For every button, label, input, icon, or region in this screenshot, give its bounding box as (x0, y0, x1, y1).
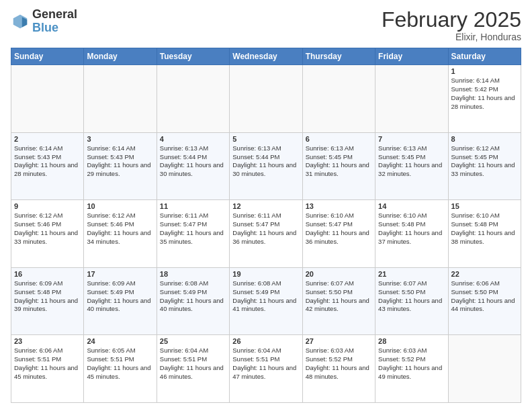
day-number: 5 (232, 135, 299, 143)
calendar-cell: 1Sunrise: 6:14 AM Sunset: 5:42 PM Daylig… (448, 65, 521, 133)
calendar-cell (448, 335, 521, 403)
day-info: Sunrise: 6:04 AM Sunset: 5:51 PM Dayligh… (232, 347, 299, 381)
day-info: Sunrise: 6:08 AM Sunset: 5:49 PM Dayligh… (232, 279, 299, 314)
weekday-sunday: Sunday (11, 48, 84, 65)
calendar-cell (84, 65, 157, 133)
logo-general-text: General (32, 7, 77, 21)
page: General Blue February 2025 Elixir, Hondu… (0, 0, 532, 411)
day-number: 27 (306, 337, 372, 345)
calendar-cell: 2Sunrise: 6:14 AM Sunset: 5:43 PM Daylig… (11, 132, 84, 200)
week-row-2: 9Sunrise: 6:12 AM Sunset: 5:46 PM Daylig… (11, 200, 521, 268)
calendar-table: SundayMondayTuesdayWednesdayThursdayFrid… (11, 48, 521, 403)
day-info: Sunrise: 6:03 AM Sunset: 5:52 PM Dayligh… (378, 347, 445, 381)
calendar-cell: 7Sunrise: 6:13 AM Sunset: 5:45 PM Daylig… (375, 132, 448, 200)
weekday-thursday: Thursday (302, 48, 375, 65)
day-number: 4 (160, 135, 226, 143)
day-number: 16 (14, 270, 81, 278)
weekday-saturday: Saturday (448, 48, 521, 65)
weekday-wednesday: Wednesday (230, 48, 302, 65)
day-info: Sunrise: 6:14 AM Sunset: 5:43 PM Dayligh… (87, 144, 153, 179)
day-number: 28 (378, 337, 445, 345)
calendar-cell: 20Sunrise: 6:07 AM Sunset: 5:50 PM Dayli… (302, 267, 375, 335)
calendar-cell: 9Sunrise: 6:12 AM Sunset: 5:46 PM Daylig… (11, 200, 84, 268)
day-info: Sunrise: 6:12 AM Sunset: 5:46 PM Dayligh… (14, 212, 81, 246)
month-title: February 2025 (382, 8, 521, 32)
calendar-cell: 8Sunrise: 6:12 AM Sunset: 5:45 PM Daylig… (448, 132, 521, 200)
day-info: Sunrise: 6:14 AM Sunset: 5:43 PM Dayligh… (14, 144, 81, 179)
day-info: Sunrise: 6:09 AM Sunset: 5:49 PM Dayligh… (87, 279, 153, 314)
day-info: Sunrise: 6:13 AM Sunset: 5:44 PM Dayligh… (232, 144, 299, 179)
day-info: Sunrise: 6:12 AM Sunset: 5:45 PM Dayligh… (451, 144, 518, 179)
day-info: Sunrise: 6:13 AM Sunset: 5:45 PM Dayligh… (306, 144, 372, 179)
calendar-cell: 11Sunrise: 6:11 AM Sunset: 5:47 PM Dayli… (157, 200, 229, 268)
day-number: 3 (87, 135, 153, 143)
day-number: 9 (14, 202, 81, 210)
week-row-3: 16Sunrise: 6:09 AM Sunset: 5:48 PM Dayli… (11, 267, 521, 335)
day-info: Sunrise: 6:14 AM Sunset: 5:42 PM Dayligh… (451, 77, 518, 111)
day-info: Sunrise: 6:06 AM Sunset: 5:50 PM Dayligh… (451, 279, 518, 314)
calendar-cell: 27Sunrise: 6:03 AM Sunset: 5:52 PM Dayli… (302, 335, 375, 403)
day-info: Sunrise: 6:11 AM Sunset: 5:47 PM Dayligh… (232, 212, 299, 246)
day-info: Sunrise: 6:05 AM Sunset: 5:51 PM Dayligh… (87, 347, 153, 381)
calendar-cell: 25Sunrise: 6:04 AM Sunset: 5:51 PM Dayli… (157, 335, 229, 403)
day-number: 24 (87, 337, 153, 345)
calendar-cell (230, 65, 302, 133)
week-row-0: 1Sunrise: 6:14 AM Sunset: 5:42 PM Daylig… (11, 65, 521, 133)
calendar-cell (157, 65, 229, 133)
weekday-header-row: SundayMondayTuesdayWednesdayThursdayFrid… (11, 48, 521, 65)
day-info: Sunrise: 6:03 AM Sunset: 5:52 PM Dayligh… (306, 347, 372, 381)
week-row-4: 23Sunrise: 6:06 AM Sunset: 5:51 PM Dayli… (11, 335, 521, 403)
day-number: 23 (14, 337, 81, 345)
calendar-cell: 22Sunrise: 6:06 AM Sunset: 5:50 PM Dayli… (448, 267, 521, 335)
weekday-monday: Monday (84, 48, 157, 65)
day-number: 15 (451, 202, 518, 210)
day-number: 7 (378, 135, 445, 143)
calendar-cell: 5Sunrise: 6:13 AM Sunset: 5:44 PM Daylig… (230, 132, 302, 200)
day-number: 10 (87, 202, 153, 210)
location-subtitle: Elixir, Honduras (382, 32, 521, 42)
day-number: 19 (232, 270, 299, 278)
logo-text: General Blue (32, 8, 77, 35)
day-number: 14 (378, 202, 445, 210)
logo-icon (11, 12, 30, 31)
day-info: Sunrise: 6:07 AM Sunset: 5:50 PM Dayligh… (378, 279, 445, 314)
calendar-cell: 16Sunrise: 6:09 AM Sunset: 5:48 PM Dayli… (11, 267, 84, 335)
calendar-cell: 14Sunrise: 6:10 AM Sunset: 5:48 PM Dayli… (375, 200, 448, 268)
calendar-cell: 3Sunrise: 6:14 AM Sunset: 5:43 PM Daylig… (84, 132, 157, 200)
calendar-cell: 4Sunrise: 6:13 AM Sunset: 5:44 PM Daylig… (157, 132, 229, 200)
day-number: 18 (160, 270, 226, 278)
calendar-cell: 6Sunrise: 6:13 AM Sunset: 5:45 PM Daylig… (302, 132, 375, 200)
calendar-cell: 15Sunrise: 6:10 AM Sunset: 5:48 PM Dayli… (448, 200, 521, 268)
calendar-cell: 12Sunrise: 6:11 AM Sunset: 5:47 PM Dayli… (230, 200, 302, 268)
day-info: Sunrise: 6:04 AM Sunset: 5:51 PM Dayligh… (160, 347, 226, 381)
title-section: February 2025 Elixir, Honduras (382, 8, 521, 42)
day-number: 21 (378, 270, 445, 278)
day-info: Sunrise: 6:10 AM Sunset: 5:47 PM Dayligh… (306, 212, 372, 246)
day-number: 12 (232, 202, 299, 210)
calendar-cell: 10Sunrise: 6:12 AM Sunset: 5:46 PM Dayli… (84, 200, 157, 268)
day-info: Sunrise: 6:09 AM Sunset: 5:48 PM Dayligh… (14, 279, 81, 314)
week-row-1: 2Sunrise: 6:14 AM Sunset: 5:43 PM Daylig… (11, 132, 521, 200)
calendar-cell: 23Sunrise: 6:06 AM Sunset: 5:51 PM Dayli… (11, 335, 84, 403)
calendar-cell: 26Sunrise: 6:04 AM Sunset: 5:51 PM Dayli… (230, 335, 302, 403)
day-number: 26 (232, 337, 299, 345)
calendar-cell (302, 65, 375, 133)
logo-blue-text: Blue (32, 21, 58, 34)
calendar-cell: 21Sunrise: 6:07 AM Sunset: 5:50 PM Dayli… (375, 267, 448, 335)
day-info: Sunrise: 6:07 AM Sunset: 5:50 PM Dayligh… (306, 279, 372, 314)
day-number: 6 (306, 135, 372, 143)
day-info: Sunrise: 6:08 AM Sunset: 5:49 PM Dayligh… (160, 279, 226, 314)
day-number: 11 (160, 202, 226, 210)
header: General Blue February 2025 Elixir, Hondu… (11, 8, 521, 42)
day-info: Sunrise: 6:13 AM Sunset: 5:45 PM Dayligh… (378, 144, 445, 179)
calendar-cell: 13Sunrise: 6:10 AM Sunset: 5:47 PM Dayli… (302, 200, 375, 268)
day-number: 13 (306, 202, 372, 210)
calendar-cell: 18Sunrise: 6:08 AM Sunset: 5:49 PM Dayli… (157, 267, 229, 335)
day-info: Sunrise: 6:12 AM Sunset: 5:46 PM Dayligh… (87, 212, 153, 246)
day-number: 22 (451, 270, 518, 278)
day-number: 8 (451, 135, 518, 143)
day-number: 2 (14, 135, 81, 143)
calendar-cell: 17Sunrise: 6:09 AM Sunset: 5:49 PM Dayli… (84, 267, 157, 335)
calendar-cell (375, 65, 448, 133)
day-number: 17 (87, 270, 153, 278)
